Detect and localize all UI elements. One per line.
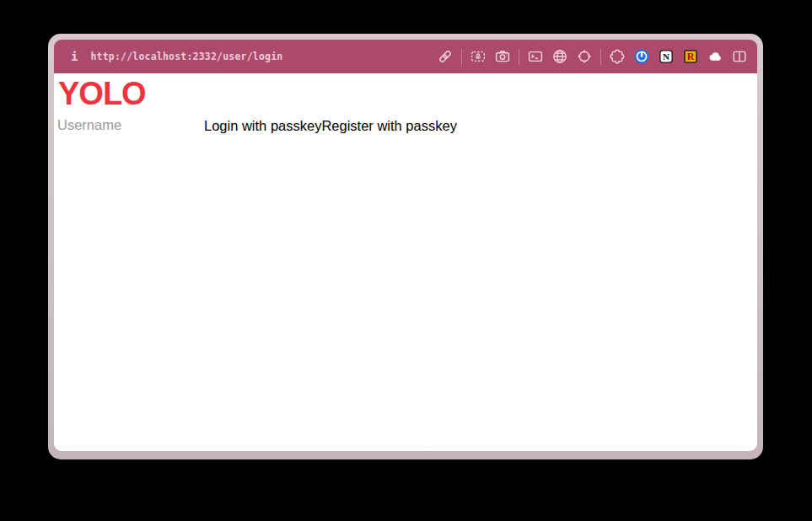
toolbar-separator — [600, 49, 601, 65]
info-icon[interactable]: i — [71, 50, 78, 63]
browser-window: i http://localhost:2332/user/login — [48, 34, 763, 459]
snapshot-icon[interactable] — [470, 48, 487, 65]
svg-text:R: R — [687, 51, 695, 62]
username-input[interactable] — [57, 116, 204, 135]
crosshair-icon[interactable] — [576, 48, 593, 65]
notion-icon[interactable]: N — [658, 48, 675, 65]
browser-toolbar: i http://localhost:2332/user/login — [54, 40, 757, 73]
terminal-icon[interactable] — [527, 48, 544, 65]
register-passkey-button[interactable]: Register with passkey — [321, 116, 456, 135]
toolbar-separator — [519, 49, 519, 65]
extensions-puzzle-icon[interactable] — [609, 48, 626, 65]
onepassword-icon[interactable] — [633, 48, 650, 65]
page-content: YOLO Login with passkey Register with pa… — [54, 73, 757, 451]
cloud-icon[interactable] — [707, 48, 723, 65]
camera-icon[interactable] — [494, 48, 511, 65]
link-icon[interactable] — [437, 48, 454, 65]
login-form-row: Login with passkey Register with passkey — [57, 116, 754, 135]
login-passkey-button[interactable]: Login with passkey — [204, 116, 321, 135]
yolo-logo: YOLO — [58, 78, 754, 111]
url-bar[interactable]: http://localhost:2332/user/login — [90, 51, 429, 62]
split-view-icon[interactable] — [731, 48, 748, 65]
svg-text:N: N — [663, 51, 669, 62]
toolbar-separator — [461, 49, 462, 65]
globe-icon[interactable] — [551, 48, 568, 65]
toolbar-icon-strip: N R — [429, 48, 748, 65]
r-extension-icon[interactable]: R — [682, 48, 699, 65]
